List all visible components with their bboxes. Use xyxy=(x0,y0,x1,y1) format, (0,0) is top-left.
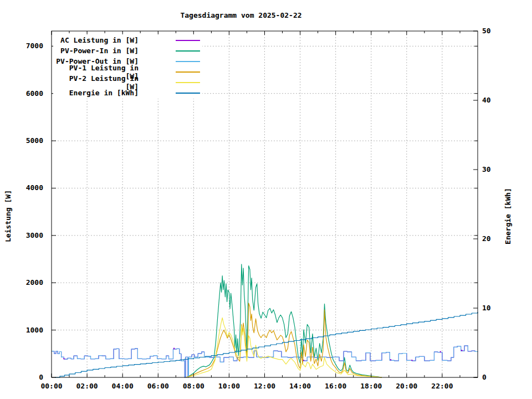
y-right-tick-label: 30 xyxy=(482,165,491,173)
y-left-tick-label: 2000 xyxy=(14,278,43,287)
ac-visible-dot xyxy=(63,358,64,359)
y-right-tick-label: 10 xyxy=(482,304,491,312)
y-left-tick-label: 4000 xyxy=(14,183,43,192)
legend-label: PV-Power-In in [W] xyxy=(53,47,139,55)
tagesdiagramm-chart: Tagesdiagramm vom 2025-02-22 Leistung [W… xyxy=(0,0,532,399)
ac-visible-dot xyxy=(303,360,304,361)
ac-visible-dot xyxy=(390,359,391,360)
ac-visible-dot xyxy=(173,348,175,349)
x-tick-label: 04:00 xyxy=(105,382,140,390)
x-tick-label: 18:00 xyxy=(354,382,389,390)
series-energie-in-kwh- xyxy=(55,312,478,377)
ac-visible-dot xyxy=(461,350,462,351)
x-tick-label: 02:00 xyxy=(69,382,105,390)
legend-line-sample xyxy=(176,40,200,41)
x-tick-label: 10:00 xyxy=(211,382,247,390)
y-left-tick-label: 6000 xyxy=(14,89,43,98)
x-tick-label: 08:00 xyxy=(176,382,211,390)
legend-line-sample xyxy=(176,71,200,73)
x-tick-label: 22:00 xyxy=(424,382,460,390)
y-left-tick-label: 1000 xyxy=(14,326,43,334)
x-tick-label: 20:00 xyxy=(389,382,424,390)
x-tick-label: 06:00 xyxy=(140,382,176,390)
y-axis-label-right: Energie [kWh] xyxy=(504,188,512,244)
legend-line-sample xyxy=(176,50,200,52)
legend-line-sample xyxy=(176,93,200,94)
legend-item-4: PV-2 Leistung in [W] xyxy=(53,77,200,88)
chart-title: Tagesdiagramm vom 2025-02-22 xyxy=(158,11,324,19)
x-tick-label: 14:00 xyxy=(283,382,318,390)
legend-item-1: PV-Power-In in [W] xyxy=(53,45,200,56)
y-axis-label-left: Leistung [W] xyxy=(4,190,12,242)
legend-label: AC Leistung in [W] xyxy=(53,36,139,44)
y-left-tick-label: 7000 xyxy=(14,42,43,50)
y-right-tick-label: 0 xyxy=(482,373,487,381)
y-right-tick-label: 20 xyxy=(482,234,491,243)
y-left-tick-label: 0 xyxy=(14,373,43,381)
y-right-tick-label: 50 xyxy=(482,27,491,35)
y-left-tick-label: 3000 xyxy=(14,231,43,239)
legend-item-0: AC Leistung in [W] xyxy=(53,35,200,45)
x-tick-label: 00:00 xyxy=(34,382,69,390)
legend-label: Energie in [kWh] xyxy=(53,89,139,97)
legend-label: PV-2 Leistung in [W] xyxy=(53,74,139,91)
y-right-tick-label: 40 xyxy=(482,96,491,104)
series-pv-power-in-in-w- xyxy=(187,264,382,377)
legend-line-sample xyxy=(176,61,200,62)
legend-line-sample xyxy=(176,82,200,83)
x-tick-label: 16:00 xyxy=(318,382,354,390)
y-left-tick-label: 5000 xyxy=(14,136,43,145)
chart-legend: AC Leistung in [W]PV-Power-In in [W]PV-P… xyxy=(53,34,202,99)
x-tick-label: 12:00 xyxy=(247,382,283,390)
legend-item-5: Energie in [kWh] xyxy=(53,88,200,98)
ac-visible-dot xyxy=(440,351,441,352)
ac-visible-dot xyxy=(411,360,412,361)
